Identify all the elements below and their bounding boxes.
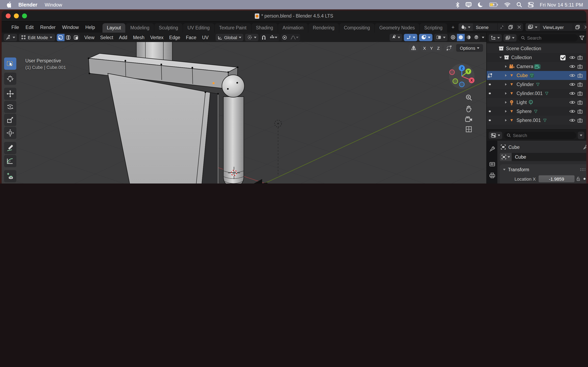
menu-item[interactable]: Edge <box>166 34 183 41</box>
scene-browse-icon[interactable] <box>459 23 473 31</box>
outliner-filter-id-button[interactable] <box>503 34 517 42</box>
menu-item[interactable]: Face <box>183 34 199 41</box>
outliner-row[interactable]: ▼ Cylinder ▽ <box>487 80 586 89</box>
camera-view-icon[interactable] <box>465 116 472 122</box>
workspace-tab[interactable]: Shading <box>251 23 277 33</box>
expand-chevron[interactable] <box>503 101 508 104</box>
expand-chevron[interactable] <box>503 110 508 113</box>
measure-tool[interactable] <box>4 155 16 167</box>
workspace-tab[interactable]: Animation <box>278 23 308 33</box>
menubar-app-name[interactable]: Blender <box>18 2 37 8</box>
transform-value-field[interactable]: -1.9859 <box>539 175 575 182</box>
properties-editor-type-button[interactable] <box>489 132 502 139</box>
face-select-mode-button[interactable] <box>72 34 80 41</box>
menu-item[interactable]: Mesh <box>130 34 147 41</box>
disable-in-renders-toggle[interactable] <box>576 118 584 123</box>
disable-in-renders-toggle[interactable] <box>576 73 584 78</box>
viewlayer-browse-icon[interactable] <box>526 23 540 31</box>
show-overlays-dropdown[interactable] <box>419 34 432 41</box>
xray-toggle-group[interactable] <box>434 34 448 41</box>
spotlight-search-icon[interactable] <box>517 2 522 7</box>
menu-item[interactable]: Vertex <box>147 34 166 41</box>
menu-item[interactable]: View <box>81 34 97 41</box>
snap-falloff-button[interactable] <box>444 44 454 52</box>
tweak-select-tool[interactable] <box>4 58 16 70</box>
bluetooth-icon[interactable] <box>456 2 459 8</box>
remove-viewlayer-icon[interactable] <box>582 23 586 31</box>
workspace-tab[interactable]: Geometry Nodes <box>375 23 419 33</box>
wireframe-shading-button[interactable] <box>449 34 457 41</box>
viewlayer-selector[interactable]: ViewLayer <box>526 23 586 31</box>
pin-scene-icon[interactable] <box>498 23 506 31</box>
rotate-tool[interactable] <box>4 101 16 113</box>
workspace-tab[interactable]: Layout <box>102 23 125 33</box>
expand-chevron[interactable] <box>498 57 503 58</box>
hide-in-viewport-toggle[interactable] <box>568 91 576 95</box>
cursor-tool[interactable] <box>4 73 16 85</box>
pin-id-icon[interactable] <box>583 145 586 150</box>
tab-render[interactable] <box>487 159 497 169</box>
navigation-gizmo[interactable]: Z Y X <box>449 63 475 89</box>
editor-type-button[interactable] <box>4 34 17 41</box>
disable-in-renders-toggle[interactable] <box>576 100 584 105</box>
material-preview-button[interactable] <box>465 34 472 41</box>
new-scene-icon[interactable] <box>506 23 515 31</box>
scene-name[interactable]: Scene <box>473 25 498 30</box>
menu-item[interactable]: File <box>8 24 22 31</box>
pan-view-icon[interactable] <box>466 105 472 112</box>
wifi-icon[interactable] <box>504 2 510 7</box>
workspace-tab[interactable]: UV Editing <box>183 23 214 33</box>
zoom-view-icon[interactable] <box>465 94 472 101</box>
outliner-row[interactable]: ▼ Scene Collection ▽ <box>487 44 586 53</box>
workspace-tab[interactable]: Scripting <box>420 23 447 33</box>
hide-in-viewport-toggle[interactable] <box>568 82 576 86</box>
tab-output[interactable] <box>487 170 497 181</box>
menu-item[interactable]: Add <box>116 34 130 41</box>
focus-moon-icon[interactable] <box>478 2 483 7</box>
animate-property-dot[interactable] <box>584 178 586 180</box>
transform-panel-title[interactable]: Transform <box>508 167 529 172</box>
apple-menu-icon[interactable] <box>6 2 11 8</box>
outliner-row[interactable]: ▼ Light ▽ <box>487 98 586 107</box>
mirror-toggle-button[interactable] <box>409 44 419 52</box>
viewport-canvas[interactable] <box>2 42 486 184</box>
outliner-search-input[interactable]: Search <box>518 34 578 42</box>
object-id-browse-button[interactable] <box>500 153 512 161</box>
menu-item[interactable]: Edit <box>22 24 37 31</box>
viewlayer-name[interactable]: ViewLayer <box>540 25 573 30</box>
hide-in-viewport-toggle[interactable] <box>568 64 576 68</box>
transform-tool[interactable] <box>4 127 16 139</box>
snap-settings-dropdown[interactable] <box>268 34 279 41</box>
tab-viewlayer[interactable] <box>487 182 497 184</box>
scene-selector[interactable]: Scene <box>459 23 523 31</box>
solid-shading-button[interactable] <box>457 34 465 41</box>
menu-item[interactable]: Help <box>82 24 98 31</box>
unlink-scene-icon[interactable] <box>515 23 523 31</box>
outliner-row[interactable]: ▼ Sphere.001 ▽ <box>487 116 586 125</box>
disable-in-renders-toggle[interactable] <box>576 91 584 96</box>
expand-chevron[interactable] <box>503 119 508 122</box>
expand-chevron[interactable] <box>503 83 508 86</box>
scale-tool[interactable] <box>4 114 16 126</box>
menu-item[interactable]: Select <box>97 34 116 41</box>
show-gizmo-dropdown[interactable] <box>404 34 417 41</box>
rendered-shading-button[interactable] <box>472 34 480 41</box>
new-viewlayer-icon[interactable] <box>573 23 582 31</box>
outliner-row[interactable]: ▼ Collection ▽ <box>487 53 586 62</box>
object-name-field[interactable]: Cube <box>512 153 586 161</box>
outliner-filter-icon[interactable] <box>579 35 584 40</box>
options-dropdown[interactable]: Options <box>456 44 483 52</box>
snap-toggle-button[interactable] <box>260 34 268 41</box>
hide-in-viewport-toggle[interactable] <box>568 100 576 104</box>
menu-item[interactable]: Render <box>37 24 59 31</box>
hide-in-viewport-toggle[interactable] <box>568 109 576 113</box>
menu-item[interactable]: Window <box>59 24 82 31</box>
disable-in-renders-toggle[interactable] <box>576 82 584 87</box>
outliner-row[interactable]: ▼ Cube ▽ <box>487 71 586 80</box>
outliner-row[interactable]: ▼ Cylinder.001 ▽ <box>487 89 586 98</box>
expand-chevron[interactable] <box>503 74 508 77</box>
disable-in-renders-toggle[interactable] <box>576 109 584 114</box>
shading-popover-chevron[interactable] <box>482 36 484 38</box>
lock-icon[interactable] <box>575 176 582 181</box>
vertex-select-mode-button[interactable] <box>57 34 64 41</box>
